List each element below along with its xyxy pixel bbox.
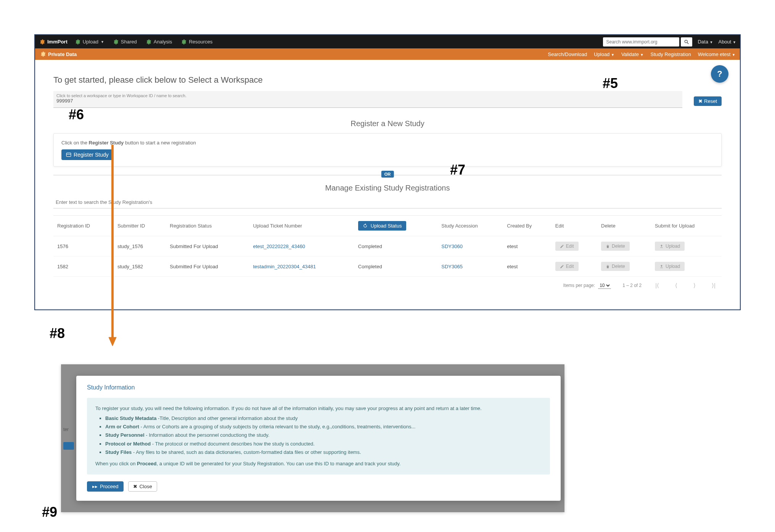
close-button[interactable]: ✖Close (128, 481, 157, 492)
delete-button[interactable]: Delete (601, 262, 630, 271)
annotation-8: #8 (50, 325, 65, 341)
form-icon (66, 152, 71, 157)
upload-icon (659, 244, 664, 248)
cell-ticket[interactable]: testadmin_20220304_43481 (253, 264, 316, 269)
list-item: Arm or Cohort - Arms or Cohorts are a gr… (105, 423, 542, 431)
upload-button[interactable]: Upload (655, 242, 685, 251)
workspace-value: 999997 (56, 98, 679, 104)
registrations-table: Registration ID Submitter ID Registratio… (53, 215, 722, 277)
modal-title: Study Information (87, 384, 550, 391)
gear-icon (74, 39, 80, 45)
section-manage-existing: Manage Existing Study Registrations (325, 184, 450, 192)
nav-analysis[interactable]: Analysis (145, 39, 172, 45)
pager-last[interactable]: ⟩| (709, 282, 718, 289)
gear-icon (40, 51, 46, 57)
ribbon-search-download[interactable]: Search/Download (548, 51, 587, 57)
register-card: Click on the Register Study button to st… (53, 133, 722, 167)
modal-backdrop: ter Study Information To register your s… (61, 364, 564, 512)
col-registration-id[interactable]: Registration ID (53, 216, 114, 236)
registrations-search-input[interactable] (53, 196, 722, 208)
list-item: Study Files - Any files to be shared, su… (105, 449, 542, 456)
ribbon-title[interactable]: Private Data (40, 51, 77, 57)
or-badge: OR (381, 171, 394, 178)
nav-resources[interactable]: Resources (180, 39, 212, 45)
annotation-9: #9 (42, 504, 57, 520)
proceed-button[interactable]: ▸▸Proceed (87, 481, 124, 492)
col-submitter-id[interactable]: Submitter ID (114, 216, 166, 236)
gear-icon (113, 39, 119, 45)
modal-note: To register your study, you will need th… (87, 398, 550, 474)
study-information-modal: Study Information To register your study… (76, 376, 561, 501)
chevron-down-icon: ▼ (710, 40, 713, 44)
trash-icon (606, 264, 610, 269)
pager-prev[interactable]: ⟨ (673, 282, 680, 289)
close-icon: ✖ (133, 484, 137, 489)
upload-button[interactable]: Upload (655, 262, 685, 271)
col-upload-ticket-number[interactable]: Upload Ticket Number (249, 216, 354, 236)
cell-up-status: Completed (354, 236, 438, 256)
pager-first[interactable]: |⟨ (653, 282, 661, 289)
help-fab[interactable]: ? (711, 65, 728, 83)
backdrop-icon (63, 442, 74, 450)
pager: Items per page: 10 1 – 2 of 2 |⟨ ⟨ ⟩ ⟩| (53, 277, 722, 294)
ribbon-welcome-user[interactable]: Welcome etest ▼ (698, 51, 735, 57)
col-edit: Edit (552, 216, 597, 236)
main-navbar: ImmPort Upload▼ Shared Analysis Resource… (35, 35, 740, 48)
delete-button[interactable]: Delete (601, 242, 630, 251)
section-register-new: Register a New Study (53, 119, 722, 128)
edit-button[interactable]: Edit (555, 262, 579, 271)
global-search-button[interactable] (681, 37, 692, 46)
cell-reg-id: 1576 (53, 236, 114, 256)
private-data-ribbon: Private Data Search/Download Upload ▼ Va… (35, 48, 740, 60)
workspace-input-wrapper[interactable]: Click to select a workspace or type in W… (53, 91, 682, 108)
cell-reg-id: 1582 (53, 256, 114, 277)
cell-accession[interactable]: SDY3060 (441, 244, 463, 249)
reset-button[interactable]: ✖ Reset (694, 96, 722, 106)
nav-about[interactable]: About ▼ (718, 39, 736, 45)
search-icon (684, 39, 689, 45)
ribbon-study-registration[interactable]: Study Registration (650, 51, 691, 57)
col-created-by[interactable]: Created By (503, 216, 552, 236)
cell-reg-status: Submitted For Upload (166, 256, 249, 277)
per-page-select[interactable]: 10 (598, 282, 611, 289)
table-row: 1582study_1582Submitted For Uploadtestad… (53, 256, 722, 277)
help-icon: ? (717, 69, 722, 79)
pager-range: 1 – 2 of 2 (622, 283, 642, 288)
cell-sub-id: study_1576 (114, 236, 166, 256)
col-registration-status[interactable]: Registration Status (166, 216, 249, 236)
ribbon-validate[interactable]: Validate ▼ (621, 51, 644, 57)
col-upload-status-sort[interactable]: Upload Status (358, 221, 407, 231)
cell-created: etest (503, 256, 552, 277)
svg-point-0 (685, 40, 688, 43)
cell-accession[interactable]: SDY3065 (441, 264, 463, 269)
svg-line-1 (687, 42, 689, 44)
ribbon-upload[interactable]: Upload ▼ (594, 51, 614, 57)
svg-rect-2 (66, 153, 71, 156)
pencil-icon (560, 264, 564, 269)
trash-icon (606, 244, 610, 248)
cell-created: etest (503, 236, 552, 256)
nav-shared[interactable]: Shared (113, 39, 137, 45)
nav-data[interactable]: Data ▼ (698, 39, 713, 45)
annotation-5: #5 (603, 75, 618, 91)
pencil-icon (560, 244, 564, 248)
cell-reg-status: Submitted For Upload (166, 236, 249, 256)
cell-ticket[interactable]: etest_20220228_43460 (253, 244, 305, 249)
refresh-icon (363, 223, 368, 228)
edit-button[interactable]: Edit (555, 242, 579, 251)
col-submit-for-upload: Submit for Upload (651, 216, 722, 236)
chevron-down-icon: ▼ (101, 40, 104, 44)
upload-icon (659, 264, 664, 269)
register-study-button[interactable]: Register Study (61, 149, 113, 160)
workspace-label: Click to select a workspace or type in W… (56, 93, 679, 98)
list-item: Basic Study Metadata -Title, Description… (105, 415, 542, 422)
register-instructions: Click on the Register Study button to st… (61, 140, 714, 146)
pager-next[interactable]: ⟩ (691, 282, 698, 289)
col-study-accession[interactable]: Study Accession (437, 216, 503, 236)
nav-upload[interactable]: Upload▼ (74, 39, 104, 45)
page-title: To get started, please click below to Se… (53, 75, 722, 85)
gear-icon (39, 39, 45, 45)
list-item: Protocol or Method - The protocol or met… (105, 440, 542, 448)
brand-immport[interactable]: ImmPort (39, 39, 68, 45)
global-search-input[interactable] (603, 37, 679, 46)
